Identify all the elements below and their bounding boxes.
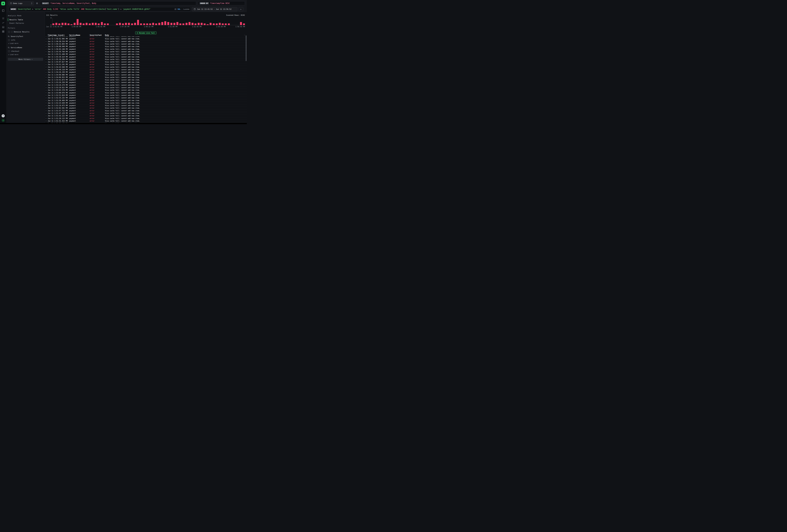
histogram-bar[interactable] [158,23,160,25]
histogram-bar[interactable] [140,23,142,25]
filter-checkbox[interactable] [8,39,10,41]
histogram-bar[interactable] [216,23,218,25]
row-expand-chevron[interactable]: > [45,61,48,63]
histogram-bar[interactable] [56,23,57,25]
lang-sql-option[interactable]: SQL [177,8,180,10]
resume-live-tail-button[interactable]: Resume Live Tail [135,31,156,34]
table-row[interactable]: >Jun 11 1:56:42.995 PMpaymenterrorVisa c… [45,38,247,40]
histogram-bar[interactable] [146,23,148,25]
mode-results-table[interactable]: Results Table [8,18,43,21]
table-row[interactable]: >Jun 11 1:51:31.415 PMpaymenterrorVisa c… [45,120,247,122]
histogram-bar[interactable] [149,23,151,25]
histogram-bar[interactable] [62,23,63,25]
table-row[interactable]: >Jun 11 1:55:51.448 PMpaymenterrorVisa c… [45,53,247,56]
histogram-bar[interactable] [125,23,127,25]
row-expand-chevron[interactable]: > [45,46,48,47]
table-row[interactable]: >Jun 11 1:54:52.241 PMpaymenterrorVisa c… [45,63,247,66]
row-expand-chevron[interactable]: > [45,105,48,106]
table-row[interactable]: >Jun 11 1:55:07.827 PMpaymenterrorVisa c… [45,61,247,63]
table-row[interactable]: >Jun 11 1:56:08.948 PMpaymenterrorVisa c… [45,45,247,48]
table-row[interactable]: >Jun 11 1:55:39.324 PMpaymenterrorVisa c… [45,56,247,58]
lang-lucene-option[interactable]: Lucene [183,8,189,10]
histogram-bar[interactable] [65,23,66,25]
app-logo[interactable] [1,2,5,5]
histogram-bar[interactable] [183,23,184,25]
table-row[interactable]: >Jun 11 1:52:35.232 PMpaymenterrorVisa c… [45,97,247,99]
histogram-bar[interactable] [52,23,54,25]
filter-checkbox[interactable] [8,50,10,52]
histogram-bar[interactable] [207,24,209,25]
table-row[interactable]: >Jun 11 1:56:51.975 PMpaymenterrorVisa c… [45,36,247,38]
row-expand-chevron[interactable]: > [45,43,48,45]
more-filters-button[interactable]: More filters ∨ [8,58,43,61]
histogram-bar[interactable] [155,23,157,25]
row-expand-chevron[interactable]: > [45,84,48,86]
table-row[interactable]: >Jun 11 1:52:02.581 PMpaymenterrorVisa c… [45,107,247,109]
histogram-bar[interactable] [95,23,97,25]
table-row[interactable]: >Jun 11 1:53:10.922 PMpaymenterrorVisa c… [45,86,247,89]
row-expand-chevron[interactable]: > [45,102,48,104]
mode-event-patterns[interactable]: Event Patterns [8,22,43,24]
row-expand-chevron[interactable]: > [45,41,48,42]
table-row[interactable]: >Jun 11 1:56:38.534 PMpaymenterrorVisa c… [45,40,247,43]
histogram-bar[interactable] [170,23,172,25]
histogram-bar[interactable] [86,23,87,25]
table-row[interactable]: >Jun 11 1:56:32.843 PMpaymenterrorVisa c… [45,43,247,45]
sessions-icon[interactable] [1,25,5,29]
histogram-bar[interactable] [201,23,203,25]
column-header-timestamp[interactable]: Timestamp (Local) [48,34,69,36]
histogram-bar[interactable] [77,19,79,25]
row-expand-chevron[interactable]: > [45,36,48,37]
histogram-bar[interactable] [74,23,76,25]
row-expand-chevron[interactable]: > [45,115,48,116]
histogram-bar[interactable] [70,24,72,25]
histogram-bar[interactable] [89,23,91,25]
source-select[interactable]: Demo Logs [9,1,34,5]
table-row[interactable]: >Jun 11 1:54:09.906 PMpaymenterrorVisa c… [45,73,247,76]
histogram-bar[interactable] [228,23,230,25]
row-expand-chevron[interactable]: > [45,48,48,50]
row-expand-chevron[interactable]: > [45,100,48,101]
dashboards-icon[interactable] [1,30,5,34]
row-expand-chevron[interactable]: > [45,38,48,40]
histogram-bar[interactable] [83,23,85,25]
row-expand-chevron[interactable]: > [45,87,48,88]
row-expand-chevron[interactable]: > [45,79,48,81]
where-query-input[interactable]: WHERE SeverityText = 'error' AND Body IL… [9,7,191,11]
histogram-bar[interactable] [219,23,221,25]
histogram-bar[interactable] [161,22,163,25]
filter-option-checkout[interactable]: checkout [8,50,43,52]
row-expand-chevron[interactable]: > [45,64,48,65]
column-header-severitytext[interactable]: ⋮SeverityText [90,34,105,36]
row-expand-chevron[interactable]: > [45,110,48,111]
table-row[interactable]: >Jun 11 1:54:40.218 PMpaymenterrorVisa c… [45,68,247,71]
table-row[interactable]: >Jun 11 1:56:03.248 PMpaymenterrorVisa c… [45,48,247,50]
table-options-icon[interactable]: ⋮ [244,34,246,36]
table-row[interactable]: >Jun 11 1:53:41.873 PMpaymenterrorVisa c… [45,79,247,81]
row-expand-chevron[interactable]: > [45,118,48,119]
row-expand-chevron[interactable]: > [45,74,48,76]
order-by-input[interactable]: ORDER BY TimestampTime DESC [198,1,245,5]
histogram-bar[interactable] [134,23,136,25]
row-expand-chevron[interactable]: > [45,69,48,70]
column-resize-handle[interactable]: ⋮ [88,34,90,36]
load-more-severitytext[interactable]: ∨ Load more [8,42,43,44]
row-expand-chevron[interactable]: > [45,94,48,96]
run-query-button[interactable]: ▷ [239,7,243,11]
table-row[interactable]: >Jun 11 1:51:39.115 PMpaymenterrorVisa c… [45,117,247,120]
row-expand-chevron[interactable]: > [45,59,48,60]
column-resize-handle[interactable]: ⋮ [68,34,69,36]
table-row[interactable]: >Jun 11 1:52:19.473 PMpaymenterrorVisa c… [45,104,247,107]
row-expand-chevron[interactable]: > [45,82,48,83]
table-row[interactable]: >Jun 11 1:52:25.630 PMpaymenterrorVisa c… [45,102,247,104]
table-row[interactable]: >Jun 11 1:53:26.250 PMpaymenterrorVisa c… [45,81,247,84]
row-expand-chevron[interactable]: > [45,89,48,91]
vertical-scrollbar-thumb[interactable] [246,36,247,61]
row-expand-chevron[interactable]: > [45,56,48,58]
row-expand-chevron[interactable]: > [45,112,48,114]
table-row[interactable]: >Jun 11 1:54:43.948 PMpaymenterrorVisa c… [45,66,247,68]
logs-panel-icon[interactable] [1,9,5,13]
histogram-bar[interactable] [179,23,181,25]
settings-gear-icon[interactable]: ⚙ [36,2,38,4]
denoise-checkbox[interactable] [8,31,10,33]
